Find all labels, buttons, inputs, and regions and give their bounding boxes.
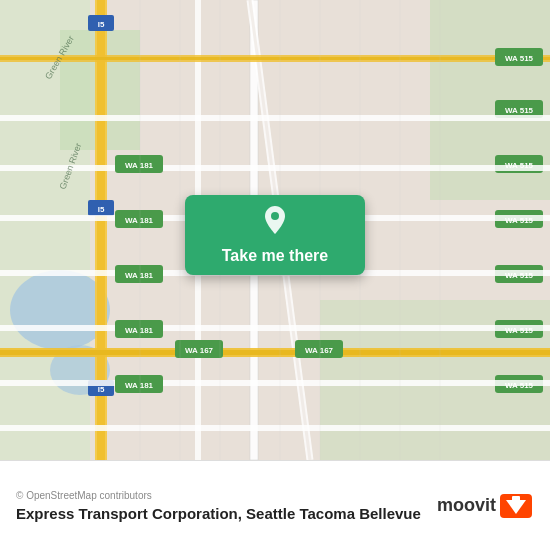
svg-rect-36 [0,165,550,171]
map-container: I5 I5 I5 WA 515 WA 515 WA 515 WA 515 WA … [0,0,550,460]
svg-rect-41 [0,425,550,431]
svg-rect-35 [0,115,550,121]
svg-point-68 [271,212,279,220]
svg-rect-40 [0,380,550,386]
moovit-text: moovit [437,495,496,516]
take-me-there-button[interactable]: Take me there [185,195,365,275]
svg-text:WA 181: WA 181 [125,326,154,335]
moovit-icon [498,488,534,524]
svg-rect-20 [0,57,550,60]
info-bar: © OpenStreetMap contributors Express Tra… [0,460,550,550]
svg-rect-43 [0,350,550,355]
svg-text:I5: I5 [98,205,105,214]
take-me-there-label: Take me there [222,247,328,265]
location-name: Express Transport Corporation, Seattle T… [16,505,437,522]
svg-text:WA 181: WA 181 [125,216,154,225]
svg-text:WA 181: WA 181 [125,161,154,170]
svg-text:WA 515: WA 515 [505,106,534,115]
svg-text:WA 181: WA 181 [125,381,154,390]
location-info: © OpenStreetMap contributors Express Tra… [16,490,437,522]
osm-credit: © OpenStreetMap contributors [16,490,437,501]
svg-text:WA 515: WA 515 [505,54,534,63]
svg-text:I5: I5 [98,20,105,29]
svg-rect-71 [512,496,520,501]
svg-rect-39 [0,325,550,331]
svg-text:I5: I5 [98,385,105,394]
svg-text:WA 167: WA 167 [305,346,334,355]
svg-text:WA 167: WA 167 [185,346,214,355]
moovit-logo[interactable]: moovit [437,488,534,524]
svg-text:WA 181: WA 181 [125,271,154,280]
location-pin-icon [261,206,289,241]
